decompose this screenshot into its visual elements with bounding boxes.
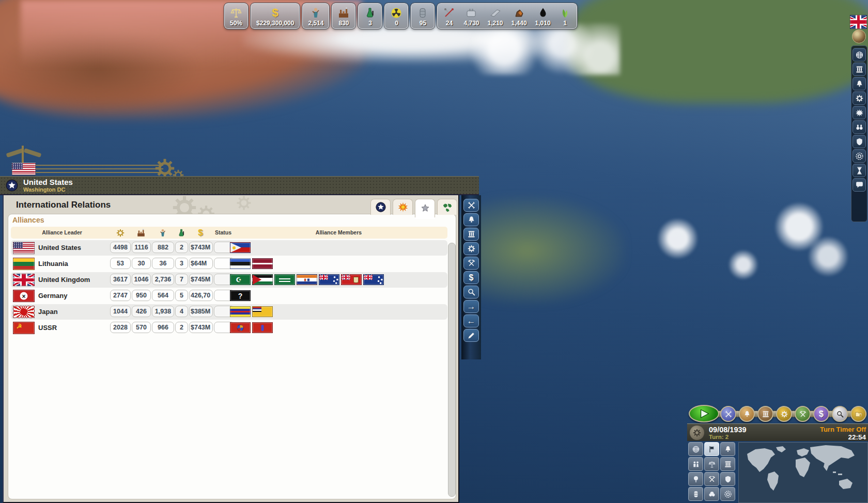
resource-machine-tools[interactable]: 24 [443,6,455,27]
trade-button[interactable] [795,406,811,422]
metric-value: 2,736 [152,274,174,285]
world-button[interactable] [853,48,866,61]
government-button[interactable] [757,406,773,422]
production-button[interactable] [853,91,866,105]
flag-latvia [252,258,273,269]
minimap-world [739,443,867,502]
alliance-row-united-kingdom[interactable]: United Kingdom361710462,7367$745M☪ [11,272,447,288]
turn-timer-status[interactable]: Turn Timer Off [820,426,866,433]
table-scrollbar[interactable] [448,243,456,497]
resource-balance-scales[interactable]: 50% [230,6,242,27]
messages-button[interactable] [853,178,866,192]
roundel-star-icon [375,201,386,213]
resources-view-button[interactable] [688,472,703,486]
metric-value: 966 [152,322,174,333]
production-view-button[interactable] [720,487,735,501]
alliance-row-lithuania[interactable]: Lithuania5330363$64M [11,256,447,272]
government-view-button[interactable] [720,457,735,471]
minimap[interactable] [738,442,868,503]
defense-button[interactable] [853,135,866,148]
hammer-pick-icon [799,410,807,418]
resource-value: 4,730 [463,20,479,27]
intelligence-button[interactable] [463,286,479,298]
resource-uranium[interactable]: 0 [390,6,402,27]
player-flag [12,163,36,175]
alliance-row-united-states[interactable]: United States449811168822$743M [11,240,447,256]
resource-rubber-barrel[interactable]: 95 [416,6,429,27]
political-view-button[interactable] [704,442,719,456]
tab-war[interactable] [393,199,413,215]
alliance-row-ussr[interactable]: ☭USSR20285709662$743M [11,320,447,336]
resource-money[interactable]: $$229,300,000 [256,6,294,27]
metric-value: 3 [175,258,188,269]
terrain-alaska [419,13,868,307]
tab-alliances[interactable] [415,199,435,217]
government-button[interactable] [463,228,479,241]
alliance-row-germany[interactable]: ×Germany27479505645426,70? [11,288,447,304]
domestic-button[interactable] [739,406,755,422]
terrain-clouds [455,23,620,75]
metric-value: 4498 [110,242,131,253]
panel-title: International Relations [16,200,111,210]
resource-oil[interactable]: 1,010 [535,6,551,27]
arrow-left-icon: ← [467,317,476,325]
trade-button[interactable] [463,257,479,270]
metric-value: 426 [132,306,151,317]
resource-factory[interactable]: 830 [337,6,350,27]
world-view-button[interactable] [688,442,703,456]
justice-view-button[interactable] [704,457,719,471]
metric-value: 1044 [110,306,131,317]
production-button[interactable] [463,242,479,255]
achievements-button[interactable] [853,149,866,163]
military-button[interactable] [463,199,479,212]
turn-gear-icon [690,426,704,440]
money-value: $385M [189,306,213,317]
recon-button[interactable] [853,120,866,134]
military-button[interactable] [720,406,736,422]
resource-research-flask[interactable]: 3 [364,6,376,27]
intelligence-button[interactable] [832,406,848,422]
resource-ore[interactable]: 1,440 [512,6,527,27]
resource-value: 1,010 [535,20,551,27]
end-turn-button[interactable] [689,405,719,422]
production-button[interactable] [776,406,792,422]
consumer-goods-wrap [465,6,477,20]
window-header[interactable]: United States Washington DC [0,176,479,195]
money-value: $745M [189,274,213,285]
globe-wire-icon [692,445,700,453]
resource-grain[interactable]: 1 [559,6,571,27]
bell-icon [467,215,476,224]
goods-view-button[interactable] [704,487,719,501]
domestic-view-button[interactable] [720,442,735,456]
back-button[interactable]: ← [463,315,479,327]
tree-icon [692,475,700,483]
selected-nation-flag[interactable] [850,15,867,29]
resource-worker[interactable]: 2,514 [308,6,323,27]
factory-icon [136,228,146,238]
edit-button[interactable] [463,329,479,342]
war-button[interactable] [853,106,866,119]
tab-nation[interactable] [370,199,391,215]
military-view-button[interactable] [704,472,719,486]
member-flags [230,306,273,317]
economy-button[interactable]: $ [463,271,479,284]
government-button[interactable] [853,62,866,76]
population-view-button[interactable] [688,457,703,471]
alliance-row-japan[interactable]: Japan10444261,9384$385M [11,304,447,320]
domestic-button[interactable] [853,77,866,90]
tab-world[interactable] [437,199,457,215]
time-button[interactable] [853,164,866,177]
resource-steel-beam[interactable]: 1,210 [488,6,503,27]
economy-button[interactable]: $ [813,406,829,422]
domestic-button[interactable] [463,213,479,226]
flag-tannu-tuva [252,322,273,333]
metric-col-worker [158,228,167,238]
resource-consumer-goods[interactable]: 4,730 [463,6,479,27]
defense-view-button[interactable] [720,472,735,486]
globe-button[interactable] [852,29,866,43]
resource-group-3: 830 [332,3,355,29]
ore-wrap [513,6,525,20]
reports-button[interactable] [850,406,866,422]
oil-view-button[interactable] [688,487,703,501]
forward-button[interactable]: → [463,300,479,313]
